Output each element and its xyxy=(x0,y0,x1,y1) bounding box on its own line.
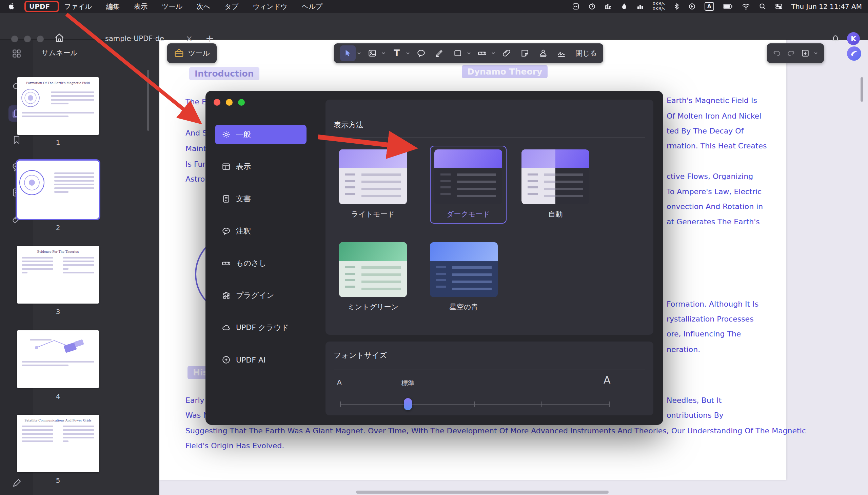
input-source-badge[interactable]: A xyxy=(705,2,714,11)
doc-text-line: Of Molten Iron And Nickel xyxy=(667,112,761,120)
menu-item-tab[interactable]: タブ xyxy=(224,2,238,11)
settings-item-label: ものさし xyxy=(236,258,267,268)
theme-label: ミントグリーン xyxy=(348,302,398,312)
theme-preview-light xyxy=(339,149,407,204)
highlighter-tool[interactable] xyxy=(432,46,447,61)
menu-bar-clock[interactable]: Thu Jun 12 11:47 AM xyxy=(791,2,862,11)
attachment-tool[interactable] xyxy=(499,46,514,61)
window-minimize-button[interactable] xyxy=(24,36,31,42)
font-size-min-label: A xyxy=(337,378,342,386)
net-upload: 0KB/s xyxy=(653,1,665,6)
chevron-down-icon[interactable] xyxy=(381,50,386,56)
settings-item-ai[interactable]: UPDF AI xyxy=(215,350,306,370)
settings-item-label: プラグイン xyxy=(236,290,274,301)
grid-icon[interactable] xyxy=(9,46,25,62)
control-center-icon[interactable] xyxy=(775,3,783,10)
stamp-tool[interactable] xyxy=(535,46,551,61)
swirl-icon[interactable] xyxy=(588,3,596,10)
slider-thumb[interactable] xyxy=(404,398,412,410)
divider xyxy=(334,370,645,370)
menu-item-view[interactable]: 表示 xyxy=(134,2,148,11)
document-vertical-scrollbar[interactable] xyxy=(861,77,863,102)
home-icon[interactable] xyxy=(54,32,65,44)
theme-starry-blue[interactable]: 星空の青 xyxy=(430,242,498,312)
chevron-down-icon[interactable] xyxy=(490,50,496,56)
theme-light[interactable]: ライトモード xyxy=(339,149,407,219)
menu-item-help[interactable]: ヘルプ xyxy=(302,2,322,11)
settings-item-ruler[interactable]: ものさし xyxy=(215,253,306,273)
undo-icon[interactable] xyxy=(772,49,781,57)
measure-tool[interactable] xyxy=(474,46,490,61)
doc-text-line: ctive Flows, Organizing xyxy=(667,172,753,181)
dialog-minimize-button[interactable] xyxy=(226,99,233,106)
page-number-1: 1 xyxy=(17,138,99,147)
theme-auto[interactable]: 自動 xyxy=(521,149,589,219)
select-cursor-tool[interactable] xyxy=(340,46,356,61)
sticker-tool[interactable] xyxy=(517,46,533,61)
document-tab[interactable]: sample-UPDF-de xyxy=(105,35,164,43)
text-tool[interactable]: T xyxy=(389,46,404,61)
document-horizontal-scrollbar[interactable] xyxy=(356,491,608,494)
gear-icon xyxy=(222,130,231,139)
redo-icon[interactable] xyxy=(787,49,796,57)
chevron-down-icon[interactable] xyxy=(356,50,362,56)
close-toolbar-button[interactable]: 閉じる xyxy=(575,49,597,58)
user-avatar[interactable]: K xyxy=(847,32,860,45)
thumbnail-page-4[interactable] xyxy=(17,330,99,388)
theme-dark-selected[interactable]: ダークモード xyxy=(430,146,506,224)
window-zoom-button[interactable] xyxy=(37,36,44,42)
chart-icon[interactable] xyxy=(636,3,644,10)
comment-bubble-tool[interactable] xyxy=(413,46,429,61)
dialog-close-button[interactable] xyxy=(214,99,220,106)
menu-item-tools[interactable]: ツール xyxy=(162,2,182,11)
dialog-zoom-button[interactable] xyxy=(238,99,245,106)
settings-item-annotation[interactable]: 注釈 xyxy=(215,221,306,241)
city-icon[interactable] xyxy=(604,3,612,10)
menu-item-file[interactable]: ファイル xyxy=(64,2,92,11)
ink-drop-icon[interactable] xyxy=(621,3,628,10)
thumbnail-title: Satellite Communications And Power Grids xyxy=(20,419,96,422)
notifications-bell-icon[interactable] xyxy=(830,33,841,44)
font-size-title: フォントサイズ xyxy=(334,350,387,360)
close-tab-icon[interactable]: × xyxy=(186,34,193,44)
thumbnail-scrollbar[interactable] xyxy=(147,70,149,131)
search-icon[interactable] xyxy=(759,3,766,10)
appearance-panel: 表示方法 ライトモード ダークモード 自動 ミントグリーン xyxy=(326,100,653,335)
theme-label: ライトモード xyxy=(351,209,395,219)
updf-assistant-icon[interactable] xyxy=(846,46,862,61)
settings-item-document[interactable]: 文書 xyxy=(215,189,306,209)
screen: UPDF ファイル 編集 表示 ツール 次へ タブ ウィンドウ ヘルプ xyxy=(0,0,868,495)
settings-item-cloud[interactable]: UPDF クラウド xyxy=(215,318,306,338)
menu-item-edit[interactable]: 編集 xyxy=(106,2,120,11)
window-close-button[interactable] xyxy=(11,36,18,42)
settings-item-display[interactable]: 表示 xyxy=(215,157,306,176)
thumbnail-page-2[interactable] xyxy=(17,160,99,219)
menu-item-updf[interactable]: UPDF xyxy=(29,2,50,11)
bluetooth-icon[interactable] xyxy=(674,3,680,10)
rectangle-tool[interactable] xyxy=(450,46,466,61)
chevron-down-icon[interactable] xyxy=(466,50,472,56)
settings-item-general[interactable]: 一般 xyxy=(215,125,306,144)
shape-tool[interactable] xyxy=(365,46,380,61)
network-throughput[interactable]: 0KB/s 0KB/s xyxy=(653,1,665,12)
thumbnail-page-5[interactable]: Satellite Communications And Power Grids xyxy=(17,415,99,472)
doc-text-line: onvection And Rotation in xyxy=(667,202,763,211)
thumbnail-page-1[interactable]: Formation Of The Earth's Magnetic Field xyxy=(17,77,99,135)
chevron-down-icon[interactable] xyxy=(405,50,411,56)
settings-item-plugin[interactable]: プラグイン xyxy=(215,286,306,305)
wifi-icon[interactable] xyxy=(742,3,750,10)
tools-button[interactable]: ツール xyxy=(167,44,217,63)
menu-item-window[interactable]: ウィンドウ xyxy=(253,2,287,11)
save-icon[interactable] xyxy=(801,49,810,57)
signature-tool[interactable] xyxy=(554,46,569,61)
play-circle-icon[interactable] xyxy=(688,3,696,10)
menu-item-next[interactable]: 次へ xyxy=(197,2,210,11)
theme-preview-starry xyxy=(430,242,498,297)
battery-icon[interactable] xyxy=(723,4,733,9)
theme-mint[interactable]: ミントグリーン xyxy=(339,242,407,312)
apple-logo-icon[interactable] xyxy=(8,3,15,10)
chevron-down-icon[interactable] xyxy=(813,50,818,56)
thumbnail-page-3[interactable]: Evidence For The Theories xyxy=(17,246,99,304)
ghostty-icon[interactable] xyxy=(572,3,580,10)
new-tab-icon[interactable]: + xyxy=(205,33,214,45)
